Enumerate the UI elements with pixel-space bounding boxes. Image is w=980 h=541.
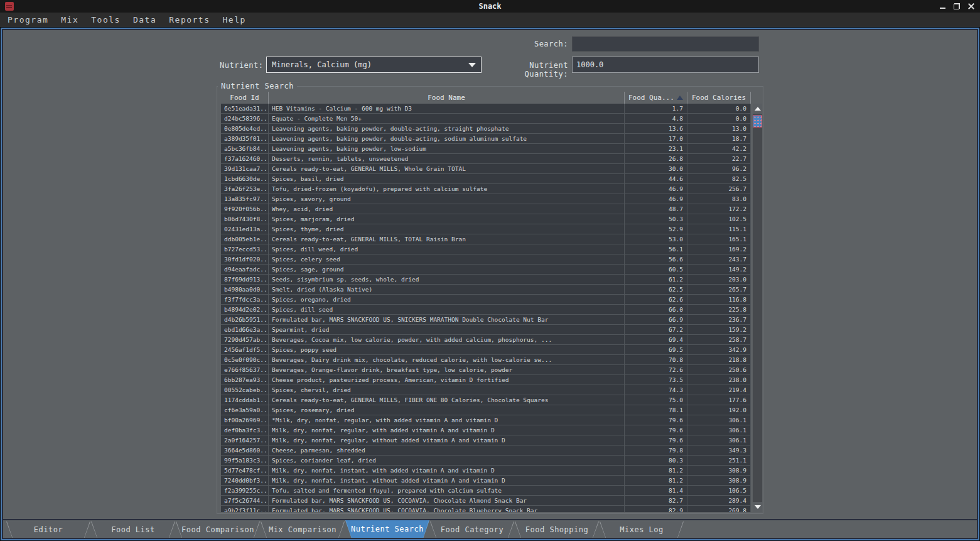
nutrient-quantity-input[interactable]: [572, 57, 759, 73]
table-row[interactable]: a389d35f01...Leavening agents, baking po…: [221, 134, 751, 144]
search-input[interactable]: [572, 36, 759, 52]
table-row[interactable]: b4980aa0d0...Smelt, dried (Alaska Native…: [221, 285, 751, 295]
food-calories-cell: 236.7: [687, 315, 751, 324]
tab-food-comparison[interactable]: Food Comparison: [176, 522, 260, 538]
food-quantity-cell: 79.6: [625, 425, 687, 435]
food-quantity-cell: 56.1: [625, 244, 687, 254]
restore-button[interactable]: [952, 1, 962, 11]
table-row[interactable]: b06d7430f8...Spices, marjoram, dried50.3…: [221, 214, 751, 224]
minimize-icon: [940, 8, 945, 9]
table-row[interactable]: a7f5c26744...Formulated bar, MARS SNACKF…: [221, 496, 751, 506]
table-row[interactable]: d4b26b5951...Formulated bar, MARS SNACKF…: [221, 315, 751, 325]
menu-item-program[interactable]: Program: [1, 13, 55, 27]
minimize-button[interactable]: [937, 1, 947, 11]
table-row[interactable]: 3fa26f253e...Tofu, dried-frozen (koyadof…: [221, 184, 751, 194]
tab-mixes-log[interactable]: Mixes Log: [600, 522, 684, 538]
food-name-cell: Spices, basil, dried: [269, 174, 625, 183]
table-row[interactable]: 39d131caa7...Cereals ready-to-eat, GENER…: [221, 164, 751, 174]
tab-mix-comparison[interactable]: Mix Comparison: [261, 522, 345, 538]
food-id-cell: 1174cddab1...: [221, 395, 269, 405]
tab-nutrient-search[interactable]: Nutrient Search: [345, 520, 429, 538]
menu-item-tools[interactable]: Tools: [85, 13, 127, 27]
table-row[interactable]: f3f7fdcc3a...Spices, oregano, dried62.61…: [221, 295, 751, 305]
scrollbar-thumb[interactable]: [753, 115, 762, 128]
table-row[interactable]: ddb005eb1e...Cereals ready-to-eat, GENER…: [221, 234, 751, 244]
food-calories-cell: 42.2: [687, 144, 751, 153]
table-row[interactable]: e766f85637...Beverages, Orange-flavor dr…: [221, 365, 751, 375]
table-row[interactable]: 6e51eada31...HEB Vitamins - Calcium - 60…: [221, 104, 751, 114]
table-row[interactable]: f2a399255c...Tofu, salted and fermented …: [221, 486, 751, 496]
table-row[interactable]: d24bc58396...Equate - Complete Men 50+4.…: [221, 114, 751, 124]
table-row[interactable]: bf00a26969...*Milk, dry, nonfat, regular…: [221, 415, 751, 425]
column-header-food-id[interactable]: Food Id: [221, 92, 269, 104]
food-quantity-cell: 13.6: [625, 124, 687, 133]
food-name-cell: Spearmint, dried: [269, 325, 625, 334]
table-row[interactable]: d94eaafadc...Spices, sage, ground60.5149…: [221, 265, 751, 275]
tab-food-shopping[interactable]: Food Shopping: [515, 522, 599, 538]
nutrient-combobox[interactable]: Minerals, Calcium (mg): [266, 57, 482, 73]
table-row[interactable]: 7290d457ab...Beverages, Cocoa mix, low c…: [221, 335, 751, 345]
menu-item-help[interactable]: Help: [217, 13, 252, 27]
nutrient-label: Nutrient:: [220, 61, 264, 70]
table-row[interactable]: 0c5e0f090c...Beverages, Dairy drink mix,…: [221, 355, 751, 365]
vertical-scrollbar[interactable]: [753, 104, 762, 512]
table-row[interactable]: 2456af1df5...Spices, poppy seed69.5342.9: [221, 345, 751, 355]
food-calories-cell: 349.3: [687, 445, 751, 455]
food-calories-cell: 265.7: [687, 285, 751, 294]
food-id-cell: b06d7430f8...: [221, 214, 269, 224]
column-header-food-calories[interactable]: Food Calories: [687, 92, 751, 104]
table-row[interactable]: 1174cddab1...Cereals ready-to-eat, GENER…: [221, 395, 751, 405]
food-id-cell: 3664e5d860...: [221, 445, 269, 455]
table-row[interactable]: 2a0f164257...Milk, dry, nonfat, regular,…: [221, 435, 751, 445]
scroll-down-button[interactable]: [753, 502, 762, 512]
tab-food-list[interactable]: Food List: [91, 522, 175, 538]
table-row[interactable]: ebd1d66e3a...Spearmint, dried67.2159.2: [221, 325, 751, 335]
table-row[interactable]: f37a162460...Desserts, rennin, tablets, …: [221, 154, 751, 164]
food-calories-cell: 0.0: [687, 104, 751, 113]
table-row[interactable]: a9b2f3f11c...Formulated bar, MARS SNACKF…: [221, 506, 751, 512]
food-id-cell: 0e805de4ed...: [221, 124, 269, 133]
food-quantity-cell: 60.5: [625, 265, 687, 274]
food-name-cell: Spices, celery seed: [269, 254, 625, 264]
table-row[interactable]: 1cbd6630de...Spices, basil, dried44.682.…: [221, 174, 751, 184]
table-row[interactable]: 6bb287ea93...Cheese product, pasteurized…: [221, 375, 751, 385]
table-row[interactable]: 99f5a183c3...Spices, coriander leaf, dri…: [221, 456, 751, 466]
table-row[interactable]: a5bc36fb84...Leavening agents, baking po…: [221, 144, 751, 154]
table-row[interactable]: 00552cabeb...Spices, chervil, dried74.32…: [221, 385, 751, 395]
food-quantity-cell: 69.4: [625, 335, 687, 344]
food-name-cell: Tofu, salted and fermented (fuyu), prepa…: [269, 486, 625, 495]
food-name-cell: Cereals ready-to-eat, GENERAL MILLS, Who…: [269, 164, 625, 173]
food-calories-cell: 82.5: [687, 174, 751, 183]
scroll-up-button[interactable]: [753, 104, 762, 114]
table-row[interactable]: 3664e5d860...Cheese, parmesan, shredded7…: [221, 445, 751, 456]
menu-item-mix[interactable]: Mix: [55, 13, 85, 27]
table-row[interactable]: 87f69dd913...Seeds, sisymbrium sp. seeds…: [221, 275, 751, 285]
food-id-cell: 39d131caa7...: [221, 164, 269, 173]
food-calories-cell: 225.8: [687, 305, 751, 314]
table-row[interactable]: cf6e3a59a0...Spices, rosemary, dried78.1…: [221, 405, 751, 415]
table-row[interactable]: 13a835fc97...Spices, savory, ground46.98…: [221, 194, 751, 204]
menu-item-reports[interactable]: Reports: [163, 13, 216, 27]
close-button[interactable]: [966, 1, 976, 11]
food-calories-cell: 219.4: [687, 385, 751, 395]
tab-editor[interactable]: Editor: [6, 522, 90, 538]
menu-item-data[interactable]: Data: [127, 13, 163, 27]
food-id-cell: 0c5e0f090c...: [221, 355, 269, 364]
column-header-food-name[interactable]: Food Name: [269, 92, 625, 104]
table-row[interactable]: 7240dd0bf3...Milk, dry, nonfat, instant,…: [221, 476, 751, 486]
table-row[interactable]: 5d77e478cf...Milk, dry, nonfat, instant,…: [221, 466, 751, 476]
tab-food-category[interactable]: Food Category: [430, 522, 514, 538]
food-quantity-cell: 26.8: [625, 154, 687, 163]
table-row[interactable]: b727eccd53...Spices, dill weed, dried56.…: [221, 244, 751, 254]
column-header-food-quantity[interactable]: Food Qua...: [625, 92, 687, 104]
food-quantity-cell: 52.9: [625, 224, 687, 234]
table-row[interactable]: 0e805de4ed...Leavening agents, baking po…: [221, 124, 751, 134]
food-id-cell: a5bc36fb84...: [221, 144, 269, 153]
table-row[interactable]: def0ba3fc3...Milk, dry, nonfat, regular,…: [221, 425, 751, 435]
table-row[interactable]: 30fd1df020...Spices, celery seed56.6243.…: [221, 254, 751, 265]
food-name-cell: Formulated bar, MARS SNACKFOOD US, COCOA…: [269, 506, 625, 512]
food-id-cell: d94eaafadc...: [221, 265, 269, 274]
table-row[interactable]: 02431ed13a...Spices, thyme, dried52.9115…: [221, 224, 751, 234]
table-row[interactable]: 9f920f056b...Whey, acid, dried48.7172.2: [221, 204, 751, 214]
table-row[interactable]: b4894d2e02...Spices, dill seed66.0225.8: [221, 305, 751, 315]
